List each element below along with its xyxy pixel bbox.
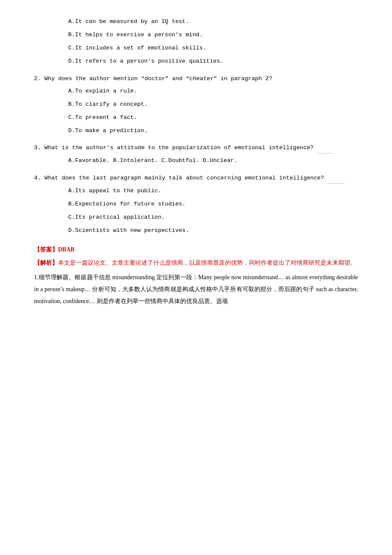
- option-d: D.Scientists with new perspectives.: [68, 226, 358, 236]
- option-c: C.To present a fact.: [68, 113, 358, 123]
- option-c: C.Its practical application.: [68, 213, 358, 223]
- question-4: 4. What does the last paragraph mainly t…: [34, 173, 358, 236]
- question-2-text: 2. Why does the author mention “doctor” …: [34, 74, 358, 84]
- answer-label: 【答案】: [34, 246, 58, 253]
- question-3-text: 3. What is the author’s attitude to the …: [34, 143, 358, 153]
- option-b: B.It helps to exercise a person’s mind.: [68, 30, 358, 40]
- option-d: D.To make a prediction.: [68, 126, 358, 136]
- option-a: A.It can be measured by an IQ test.: [68, 17, 358, 27]
- option-d: D.It refers to a person’s positive quali…: [68, 57, 358, 66]
- analysis-detail: 1.细节理解题。根据题干信息 misunderstanding 定位到第一段：M…: [34, 272, 358, 307]
- question-2-options: A.To explain a rule. B.To clarify a conc…: [34, 87, 358, 136]
- question-4-options: A.Its appeal to the public. B.Expectatio…: [34, 186, 358, 236]
- question-3: 3. What is the author’s attitude to the …: [34, 143, 358, 166]
- question-2: 2. Why does the author mention “doctor” …: [34, 74, 358, 136]
- analysis-summary: 本文是一篇议论文。文章主要论述了什么是情商，以及情商普及的优势，同时作者提出了对…: [58, 260, 356, 266]
- question-4-text: 4. What does the last paragraph mainly t…: [34, 173, 358, 184]
- answer-value: DBAB: [58, 246, 75, 253]
- option-a: A.To explain a rule.: [68, 87, 358, 96]
- analysis-section: 【解析】本文是一篇议论文。文章主要论述了什么是情商，以及情商普及的优势，同时作者…: [34, 257, 358, 268]
- analysis-label: 【解析】: [34, 260, 58, 266]
- options-list: A.It can be measured by an IQ test. B.It…: [34, 17, 358, 66]
- option-b: B.Expectations for future studies.: [68, 199, 358, 209]
- question-3-options: A.Favorable. B.Intolerant. C.Doubtful. D…: [34, 156, 358, 166]
- question-1-options: A.It can be measured by an IQ test. B.It…: [34, 17, 358, 66]
- answer-section: 【答案】DBAB: [34, 244, 358, 255]
- option-c: C.It includes a set of emotional skills.: [68, 43, 358, 53]
- option-a: A.Its appeal to the public.: [68, 186, 358, 196]
- option-b: B.To clarify a concept.: [68, 100, 358, 110]
